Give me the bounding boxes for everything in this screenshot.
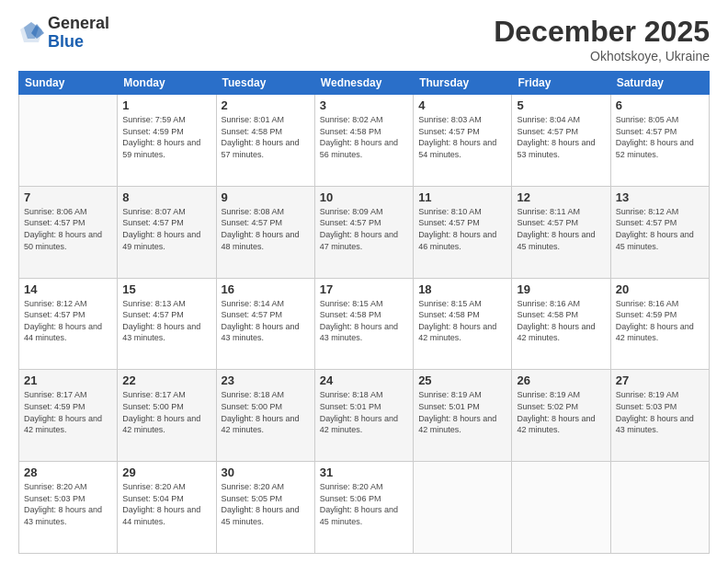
calendar-cell: 20Sunrise: 8:16 AMSunset: 4:59 PMDayligh… <box>610 278 709 370</box>
day-info: Sunrise: 8:11 AMSunset: 4:57 PMDaylight:… <box>517 206 605 252</box>
day-info: Sunrise: 8:03 AMSunset: 4:57 PMDaylight:… <box>418 114 506 160</box>
week-row-3: 14Sunrise: 8:12 AMSunset: 4:57 PMDayligh… <box>19 278 710 370</box>
day-number: 9 <box>222 190 310 204</box>
day-number: 11 <box>418 190 506 204</box>
calendar-cell: 30Sunrise: 8:20 AMSunset: 5:05 PMDayligh… <box>216 462 314 554</box>
calendar-cell: 25Sunrise: 8:19 AMSunset: 5:01 PMDayligh… <box>414 370 512 462</box>
calendar-cell <box>414 462 512 554</box>
week-row-1: 1Sunrise: 7:59 AMSunset: 4:59 PMDaylight… <box>19 95 710 187</box>
day-number: 22 <box>122 373 210 387</box>
day-number: 30 <box>222 465 310 479</box>
day-number: 5 <box>517 98 605 112</box>
day-info: Sunrise: 8:14 AMSunset: 4:57 PMDaylight:… <box>222 298 310 344</box>
day-number: 16 <box>222 282 310 296</box>
day-info: Sunrise: 8:15 AMSunset: 4:58 PMDaylight:… <box>418 298 506 344</box>
day-number: 18 <box>418 282 506 296</box>
day-number: 14 <box>24 282 112 296</box>
calendar-body: 1Sunrise: 7:59 AMSunset: 4:59 PMDaylight… <box>19 95 710 554</box>
calendar-cell: 28Sunrise: 8:20 AMSunset: 5:03 PMDayligh… <box>19 462 118 554</box>
calendar-cell: 17Sunrise: 8:15 AMSunset: 4:58 PMDayligh… <box>314 278 413 370</box>
day-info: Sunrise: 7:59 AMSunset: 4:59 PMDaylight:… <box>122 114 210 160</box>
page: General Blue December 2025 Okhotskoye, U… <box>0 0 728 563</box>
day-info: Sunrise: 8:19 AMSunset: 5:02 PMDaylight:… <box>517 389 605 435</box>
location: Okhotskoye, Ukraine <box>494 49 710 63</box>
day-info: Sunrise: 8:16 AMSunset: 4:59 PMDaylight:… <box>616 298 704 344</box>
calendar-cell: 31Sunrise: 8:20 AMSunset: 5:06 PMDayligh… <box>314 462 413 554</box>
day-number: 10 <box>320 190 408 204</box>
calendar-cell: 16Sunrise: 8:14 AMSunset: 4:57 PMDayligh… <box>216 278 314 370</box>
calendar-cell: 22Sunrise: 8:17 AMSunset: 5:00 PMDayligh… <box>118 370 216 462</box>
logo-blue: Blue <box>48 33 109 52</box>
month-title: December 2025 <box>494 15 710 49</box>
header-day-tuesday: Tuesday <box>216 72 314 95</box>
day-info: Sunrise: 8:09 AMSunset: 4:57 PMDaylight:… <box>320 206 408 252</box>
day-number: 13 <box>616 190 704 204</box>
calendar-cell: 4Sunrise: 8:03 AMSunset: 4:57 PMDaylight… <box>414 95 512 187</box>
day-info: Sunrise: 8:12 AMSunset: 4:57 PMDaylight:… <box>616 206 704 252</box>
day-info: Sunrise: 8:05 AMSunset: 4:57 PMDaylight:… <box>616 114 704 160</box>
day-info: Sunrise: 8:20 AMSunset: 5:06 PMDaylight:… <box>320 481 408 527</box>
day-number: 7 <box>24 190 112 204</box>
day-info: Sunrise: 8:04 AMSunset: 4:57 PMDaylight:… <box>517 114 605 160</box>
header-day-wednesday: Wednesday <box>314 72 413 95</box>
day-info: Sunrise: 8:17 AMSunset: 5:00 PMDaylight:… <box>122 389 210 435</box>
day-number: 19 <box>517 282 605 296</box>
calendar-cell: 5Sunrise: 8:04 AMSunset: 4:57 PMDaylight… <box>512 95 610 187</box>
calendar-cell: 7Sunrise: 8:06 AMSunset: 4:57 PMDaylight… <box>19 186 118 278</box>
day-info: Sunrise: 8:19 AMSunset: 5:03 PMDaylight:… <box>616 389 704 435</box>
title-block: December 2025 Okhotskoye, Ukraine <box>494 15 710 63</box>
day-number: 2 <box>222 98 310 112</box>
day-info: Sunrise: 8:07 AMSunset: 4:57 PMDaylight:… <box>122 206 210 252</box>
week-row-4: 21Sunrise: 8:17 AMSunset: 4:59 PMDayligh… <box>19 370 710 462</box>
calendar-cell: 19Sunrise: 8:16 AMSunset: 4:58 PMDayligh… <box>512 278 610 370</box>
day-info: Sunrise: 8:16 AMSunset: 4:58 PMDaylight:… <box>517 298 605 344</box>
day-info: Sunrise: 8:10 AMSunset: 4:57 PMDaylight:… <box>418 206 506 252</box>
day-number: 26 <box>517 373 605 387</box>
day-number: 4 <box>418 98 506 112</box>
week-row-2: 7Sunrise: 8:06 AMSunset: 4:57 PMDaylight… <box>19 186 710 278</box>
day-number: 1 <box>122 98 210 112</box>
calendar-cell: 8Sunrise: 8:07 AMSunset: 4:57 PMDaylight… <box>118 186 216 278</box>
day-number: 28 <box>24 465 112 479</box>
logo-icon <box>18 20 44 46</box>
day-number: 3 <box>320 98 408 112</box>
day-info: Sunrise: 8:18 AMSunset: 5:01 PMDaylight:… <box>320 389 408 435</box>
day-number: 21 <box>24 373 112 387</box>
day-number: 31 <box>320 465 408 479</box>
header-day-friday: Friday <box>512 72 610 95</box>
day-number: 25 <box>418 373 506 387</box>
calendar-table: SundayMondayTuesdayWednesdayThursdayFrid… <box>18 71 710 554</box>
calendar-cell: 18Sunrise: 8:15 AMSunset: 4:58 PMDayligh… <box>414 278 512 370</box>
header-day-saturday: Saturday <box>610 72 709 95</box>
calendar-cell: 21Sunrise: 8:17 AMSunset: 4:59 PMDayligh… <box>19 370 118 462</box>
calendar-cell: 6Sunrise: 8:05 AMSunset: 4:57 PMDaylight… <box>610 95 709 187</box>
calendar-cell: 14Sunrise: 8:12 AMSunset: 4:57 PMDayligh… <box>19 278 118 370</box>
day-info: Sunrise: 8:20 AMSunset: 5:05 PMDaylight:… <box>222 481 310 527</box>
calendar-cell <box>610 462 709 554</box>
day-number: 23 <box>222 373 310 387</box>
day-number: 27 <box>616 373 704 387</box>
header-row: SundayMondayTuesdayWednesdayThursdayFrid… <box>19 72 710 95</box>
day-number: 6 <box>616 98 704 112</box>
day-info: Sunrise: 8:06 AMSunset: 4:57 PMDaylight:… <box>24 206 112 252</box>
calendar-cell <box>512 462 610 554</box>
calendar-cell: 9Sunrise: 8:08 AMSunset: 4:57 PMDaylight… <box>216 186 314 278</box>
calendar-cell: 3Sunrise: 8:02 AMSunset: 4:58 PMDaylight… <box>314 95 413 187</box>
calendar-cell: 26Sunrise: 8:19 AMSunset: 5:02 PMDayligh… <box>512 370 610 462</box>
header: General Blue December 2025 Okhotskoye, U… <box>18 15 710 63</box>
day-number: 12 <box>517 190 605 204</box>
calendar-cell: 11Sunrise: 8:10 AMSunset: 4:57 PMDayligh… <box>414 186 512 278</box>
calendar-cell: 12Sunrise: 8:11 AMSunset: 4:57 PMDayligh… <box>512 186 610 278</box>
day-number: 15 <box>122 282 210 296</box>
calendar-cell: 1Sunrise: 7:59 AMSunset: 4:59 PMDaylight… <box>118 95 216 187</box>
calendar-cell: 24Sunrise: 8:18 AMSunset: 5:01 PMDayligh… <box>314 370 413 462</box>
calendar-cell: 23Sunrise: 8:18 AMSunset: 5:00 PMDayligh… <box>216 370 314 462</box>
calendar-cell <box>19 95 118 187</box>
calendar-cell: 13Sunrise: 8:12 AMSunset: 4:57 PMDayligh… <box>610 186 709 278</box>
day-info: Sunrise: 8:18 AMSunset: 5:00 PMDaylight:… <box>222 389 310 435</box>
day-info: Sunrise: 8:17 AMSunset: 4:59 PMDaylight:… <box>24 389 112 435</box>
day-number: 24 <box>320 373 408 387</box>
day-info: Sunrise: 8:19 AMSunset: 5:01 PMDaylight:… <box>418 389 506 435</box>
logo-text: General Blue <box>48 15 109 52</box>
day-info: Sunrise: 8:20 AMSunset: 5:04 PMDaylight:… <box>122 481 210 527</box>
